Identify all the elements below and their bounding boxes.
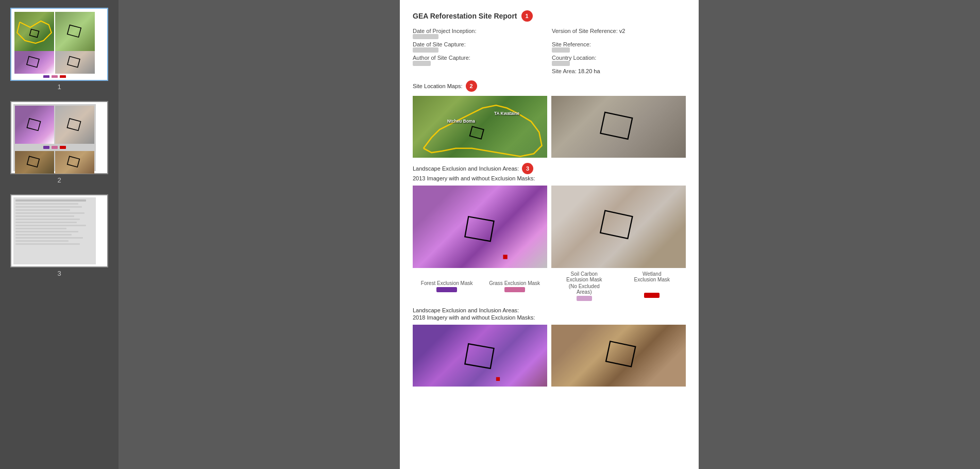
report-title-text: GEA Reforestation Site Report — [413, 12, 517, 20]
capture-label: Date of Site Capture: — [413, 41, 466, 47]
svg-rect-25 — [606, 341, 635, 366]
capture-value — [413, 47, 438, 53]
svg-rect-8 — [27, 157, 40, 167]
meta-area-spacer — [413, 68, 547, 74]
legend-wetland: Wetland Exclusion Mask — [631, 271, 672, 298]
thumb2-map2 — [55, 106, 94, 144]
svg-rect-6 — [27, 119, 40, 130]
page-3-number: 3 — [10, 270, 108, 277]
svg-rect-7 — [67, 119, 80, 130]
siteref-value — [552, 47, 570, 53]
location-maps-row: Ntcheu Boma TA Kwataine — [413, 96, 686, 158]
thumb2-map1 — [15, 106, 54, 144]
svg-rect-1 — [67, 25, 81, 37]
exclusion-maps-2018 — [413, 325, 686, 387]
section-4-header: Landscape Exclusion and Inclusion Areas:… — [413, 307, 686, 321]
svg-rect-22 — [465, 344, 494, 368]
meta-area-row: Site Area: 18.20 ha — [552, 68, 686, 74]
svg-rect-16 — [413, 186, 547, 268]
section-3-header: Landscape Exclusion and Inclusion Areas:… — [413, 163, 686, 181]
thumb2-map3 — [15, 151, 54, 173]
thumb1-exclusion-2 — [55, 51, 95, 74]
wetland-swatch — [644, 293, 660, 298]
siteref-label: Site Reference: — [552, 41, 591, 47]
page-badge-1: 1 — [521, 10, 533, 22]
page-badge-2: 2 — [466, 80, 477, 92]
svg-rect-9 — [67, 157, 80, 167]
thumb-1-wrapper — [10, 8, 108, 81]
legend-grass: Grass Exclusion Mask — [489, 280, 540, 292]
sidebar: 1 — [0, 0, 119, 469]
satellite-overview-map: Ntcheu Boma TA Kwataine — [413, 96, 547, 158]
page-1-number: 1 — [10, 83, 108, 91]
svg-rect-3 — [67, 56, 80, 67]
svg-rect-10 — [413, 96, 547, 158]
meta-author-row: Author of Site Capture: — [413, 55, 547, 66]
svg-rect-14 — [551, 96, 686, 158]
page-1-thumbnail[interactable]: 1 — [10, 8, 108, 91]
meta-capture-row: Date of Site Capture: — [413, 41, 547, 53]
meta-siteref-row: Site Reference: — [552, 41, 686, 53]
exclusion-map-2018-clean — [551, 325, 686, 387]
soil-carbon-label: Soil Carbon Exclusion Mask — [564, 271, 605, 282]
legend-left-side: Forest Exclusion Mask Grass Exclusion Ma… — [413, 270, 548, 302]
exclusion-map-2013-masks — [413, 186, 547, 268]
svg-rect-20 — [600, 211, 632, 239]
svg-rect-19 — [551, 186, 686, 268]
section-4-label: Landscape Exclusion and Inclusion Areas: — [413, 307, 519, 313]
thumb1-map-aerial — [55, 12, 95, 51]
country-label: Country Location: — [552, 55, 596, 61]
thumb1-map-satellite — [14, 12, 54, 51]
svg-rect-24 — [551, 325, 686, 387]
section-3-label: Landscape Exclusion and Inclusion Areas: — [413, 165, 519, 172]
page-2-number: 2 — [10, 176, 108, 184]
wetland-label: Wetland Exclusion Mask — [631, 271, 672, 282]
page-badge-3: 3 — [522, 163, 533, 174]
grass-swatch — [504, 287, 525, 292]
legend-2013: Forest Exclusion Mask Grass Exclusion Ma… — [413, 270, 686, 302]
svg-rect-17 — [465, 216, 494, 241]
svg-rect-21 — [413, 325, 547, 387]
soil-carbon-sub: (No Excluded Areas) — [564, 283, 605, 295]
close-up-satellite-map — [551, 96, 686, 158]
thumb2-map4 — [55, 151, 94, 173]
report-metadata: Date of Project Inception: Version of Si… — [413, 28, 686, 74]
svg-text:Ntcheu Boma: Ntcheu Boma — [447, 119, 475, 124]
svg-rect-0 — [29, 29, 39, 38]
grass-label: Grass Exclusion Mask — [489, 280, 540, 286]
thumb-1-page — [13, 11, 96, 78]
thumb-3-wrapper — [10, 194, 108, 267]
section-2-header: Site Location Maps: 2 — [413, 80, 686, 92]
report-title-row: GEA Reforestation Site Report 1 — [413, 10, 686, 22]
forest-label: Forest Exclusion Mask — [421, 280, 473, 286]
thumb-3-page — [13, 197, 96, 264]
section-3-sub: 2013 Imagery with and without Exclusion … — [413, 175, 535, 181]
page-2-thumbnail[interactable]: 2 — [10, 101, 108, 184]
legend-right-side: Soil Carbon Exclusion Mask (No Excluded … — [550, 270, 686, 302]
svg-rect-13 — [470, 126, 484, 139]
version-label: Version of Site Reference: — [552, 28, 618, 34]
thumb1-exclusion-1 — [14, 51, 54, 74]
svg-rect-2 — [27, 56, 39, 67]
area-label: Site Area: — [552, 68, 577, 74]
main-content: GEA Reforestation Site Report 1 Date of … — [119, 0, 980, 469]
page-3-thumbnail[interactable]: 3 — [10, 194, 108, 277]
soil-carbon-swatch — [577, 296, 592, 301]
svg-rect-18 — [503, 255, 507, 259]
country-value — [552, 61, 570, 66]
inception-label: Date of Project Inception: — [413, 28, 477, 34]
exclusion-maps-2013 — [413, 186, 686, 268]
exclusion-map-2013-clean — [551, 186, 686, 268]
thumb-2-wrapper — [10, 101, 108, 174]
legend-forest: Forest Exclusion Mask — [421, 280, 473, 292]
inception-value — [413, 34, 438, 39]
area-value: 18.20 ha — [578, 68, 600, 74]
forest-swatch — [436, 287, 457, 292]
version-value: v2 — [619, 28, 626, 34]
section-2-label: Site Location Maps: — [413, 83, 463, 89]
svg-text:TA Kwataine: TA Kwataine — [494, 111, 520, 116]
report-page: GEA Reforestation Site Report 1 Date of … — [400, 0, 699, 469]
meta-inception-row: Date of Project Inception: — [413, 28, 547, 39]
legend-soil-carbon: Soil Carbon Exclusion Mask (No Excluded … — [564, 271, 605, 301]
svg-rect-15 — [600, 112, 632, 139]
